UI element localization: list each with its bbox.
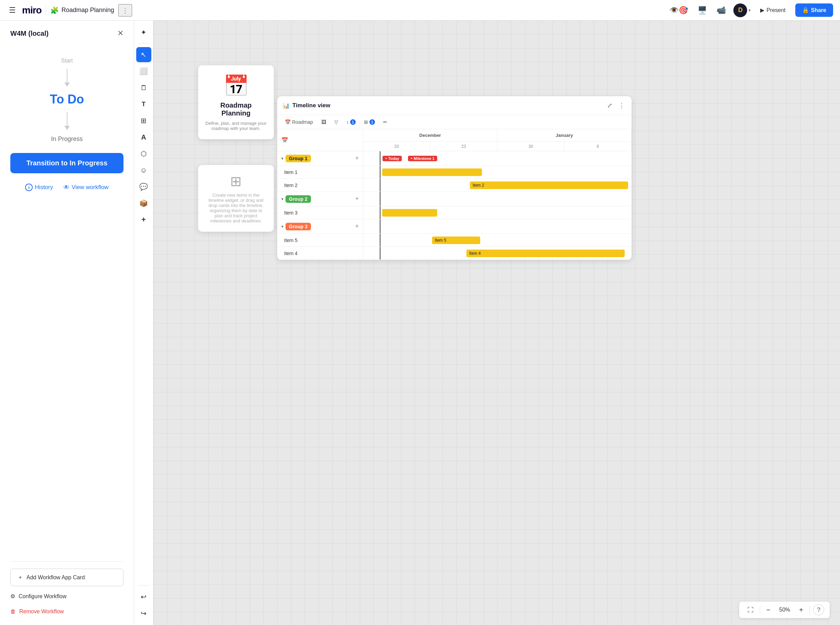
miro-logo: miro	[22, 5, 42, 16]
current-state-label: To Do	[50, 92, 84, 107]
sort-badge: 1	[350, 119, 356, 125]
gantt-item1-row	[363, 166, 631, 179]
zoom-out-button[interactable]: −	[764, 605, 773, 616]
left-toolbar: ✦ ↖ ⬜ 🗒 T ⊞ A ⬡ ☺ 💬 📦 + ↩ ↪	[134, 21, 153, 625]
edit-toolbar-button[interactable]: ✏	[380, 118, 390, 126]
share-button[interactable]: 🔒 Share	[795, 3, 833, 17]
undo-button[interactable]: ↩	[136, 589, 151, 604]
timeline-header-actions: ⤢ ⋮	[606, 100, 626, 111]
group3-row: ▾ Group 3 +	[277, 219, 363, 234]
info-icon: i	[25, 183, 33, 191]
month-december: December	[363, 129, 497, 141]
gear-icon: ⚙	[10, 593, 15, 600]
group-toolbar-button[interactable]: ⊞ 1	[361, 118, 378, 126]
calendar-icon: 📅	[281, 137, 288, 143]
hamburger-button[interactable]: ☰	[7, 4, 18, 17]
apps-tool-button[interactable]: ⊞	[136, 113, 151, 128]
secondary-info-card[interactable]: ⊞ Create new items in the timeline widge…	[198, 165, 274, 232]
timeline-toolbar: 📅 Roadmap 🖼 ▽ ↕ 1 ⊞ 1 ✏	[277, 115, 631, 129]
timeline-left-header: 📅	[277, 129, 363, 151]
comment-tool-button[interactable]: 💬	[136, 179, 151, 194]
sort-toolbar-button[interactable]: ↕ 1	[344, 118, 358, 126]
group1-chevron-icon[interactable]: ▾	[281, 156, 284, 161]
timeline-more-button[interactable]: ⋮	[617, 100, 626, 111]
crop-tool-button[interactable]: ⬡	[136, 146, 151, 161]
today-line-item4	[380, 247, 380, 260]
group3-add-button[interactable]: +	[355, 223, 359, 230]
milestone-1: Today	[382, 156, 402, 161]
magic-tool-button[interactable]: ✦	[136, 25, 151, 40]
topbar-right: 👁️🎯 🖥️ 📹 D ▾ ▶ Present 🔒 Share	[667, 3, 833, 17]
fullscreen-button[interactable]: ⛶	[745, 605, 756, 615]
view-workflow-link[interactable]: 👁 View workflow	[63, 184, 108, 191]
camera-button[interactable]: 📹	[714, 4, 728, 17]
board-emoji-icon: 🧩	[50, 6, 59, 14]
date-23: 23	[430, 141, 497, 151]
today-line-item1	[380, 166, 380, 179]
font-tool-button[interactable]: A	[136, 130, 151, 145]
more-tool-button[interactable]: +	[136, 212, 151, 227]
date-6: 6	[564, 141, 631, 151]
gantt-rows: Today Milestone 1	[363, 151, 631, 260]
filter-icon: ▽	[334, 119, 338, 125]
filter-toolbar-button[interactable]: ▽	[332, 118, 341, 126]
edit-icon: ✏	[383, 119, 387, 125]
redo-button[interactable]: ↪	[136, 606, 151, 621]
remove-workflow-button[interactable]: 🗑 Remove Workflow	[10, 606, 123, 617]
today-line-g2	[380, 192, 380, 206]
timeline-title: Timeline view	[292, 102, 330, 109]
group2-add-button[interactable]: +	[355, 195, 359, 202]
timeline-right-col: December January 20 23 30 6	[363, 129, 631, 260]
timeline-content: 📅 ▾ Group 1 + Item 1 Item 2	[277, 129, 631, 260]
group3-chevron-icon[interactable]: ▾	[281, 224, 284, 229]
month-january: January	[497, 129, 631, 141]
item3-bar[interactable]	[382, 209, 437, 216]
collab-eyes-icon-button[interactable]: 👁️🎯	[667, 4, 690, 17]
left-panel: W4M (local) ✕ Start To Do In Progress Tr…	[0, 21, 134, 625]
remove-label: Remove Workflow	[19, 608, 64, 615]
roadmap-card-icon: 📅	[223, 73, 249, 98]
item5-bar-label: Item 5	[435, 238, 446, 243]
gantt-group1-row: Today Milestone 1	[363, 151, 631, 166]
avatar-dropdown[interactable]: D ▾	[733, 3, 751, 17]
select-tool-button[interactable]: ↖	[136, 47, 151, 62]
item5-bar[interactable]: Item 5	[432, 236, 480, 244]
roadmap-label: Roadmap	[292, 119, 313, 125]
board-more-button[interactable]: ⋮	[118, 4, 132, 17]
user-avatar-button[interactable]: D	[733, 3, 747, 17]
sticky-note-tool-button[interactable]: 🗒	[136, 80, 151, 95]
present-button[interactable]: ▶ Present	[756, 4, 789, 16]
screen-share-button[interactable]: 🖥️	[695, 4, 709, 17]
zoom-in-button[interactable]: +	[796, 605, 806, 616]
transition-button[interactable]: Transition to In Progress	[10, 153, 123, 173]
help-button[interactable]: ?	[813, 604, 824, 616]
item4-bar[interactable]: Item 4	[466, 250, 625, 257]
item2-bar[interactable]: Item 2	[470, 182, 628, 189]
group-icon: ⊞	[364, 119, 368, 125]
sort-icon: ↕	[346, 119, 349, 125]
zoom-level-label: 50%	[776, 607, 793, 613]
item1-bar[interactable]	[382, 168, 482, 176]
add-workflow-button[interactable]: ＋ Add Workflow App Card	[10, 569, 123, 586]
configure-workflow-button[interactable]: ⚙ Configure Workflow	[10, 591, 123, 602]
board-title: Roadmap Planning	[62, 6, 114, 14]
timeline-expand-button[interactable]: ⤢	[606, 100, 614, 111]
emoji-tool-button[interactable]: ☺	[136, 163, 151, 178]
group1-add-button[interactable]: +	[355, 155, 359, 162]
gantt-item2-row: Item 2	[363, 179, 631, 192]
gantt-group2-row	[363, 192, 631, 206]
roadmap-planning-card[interactable]: 📅 Roadmap Planning Define, plan, and man…	[198, 65, 274, 139]
timeline-header: 📊 Timeline view ⤢ ⋮	[277, 96, 631, 115]
history-link[interactable]: i History	[25, 183, 53, 191]
shape-tool-button[interactable]: 📦	[136, 196, 151, 211]
roadmap-toolbar-button[interactable]: 📅 Roadmap	[282, 118, 316, 126]
start-label: Start	[61, 58, 73, 64]
photo-icon: 🖼	[321, 119, 326, 125]
roadmap-icon: 📅	[285, 119, 291, 125]
text-tool-button[interactable]: T	[136, 96, 151, 112]
photo-toolbar-button[interactable]: 🖼	[318, 118, 329, 126]
frame-tool-button[interactable]: ⬜	[136, 64, 151, 79]
group2-chevron-icon[interactable]: ▾	[281, 197, 284, 201]
close-panel-button[interactable]: ✕	[117, 29, 123, 38]
item4-bar-label: Item 4	[469, 251, 480, 256]
